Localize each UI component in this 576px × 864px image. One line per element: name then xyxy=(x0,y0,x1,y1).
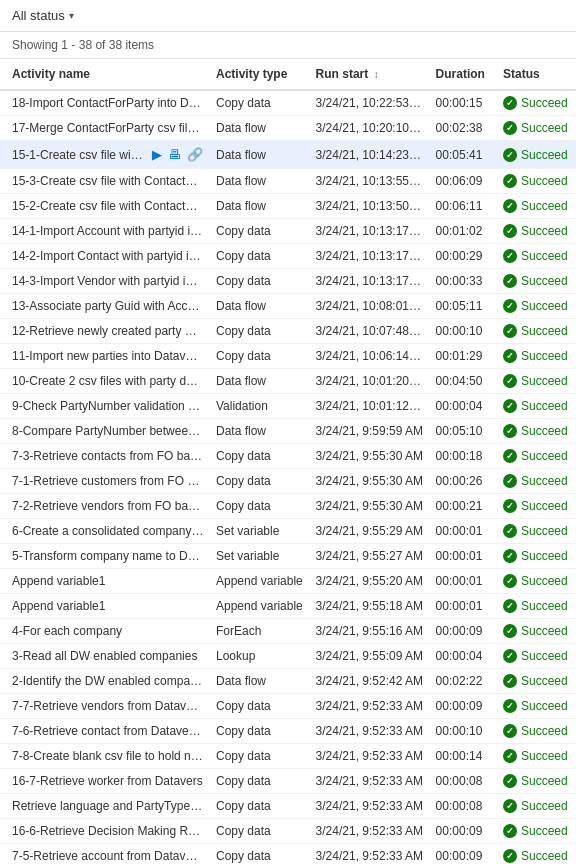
col-header-runstart[interactable]: Run start ↕ xyxy=(310,59,430,90)
duration-cell: 00:00:04 xyxy=(430,394,497,419)
activity-name: 11-Import new parties into Dataverse xyxy=(12,349,209,363)
status-cell: Succeed xyxy=(497,819,576,844)
activity-name: 2-Identify the DW enabled companies xyxy=(12,674,210,688)
col-header-status: Status xyxy=(497,59,576,90)
status-cell: Succeed xyxy=(497,794,576,819)
activity-type-cell: ForEach xyxy=(210,619,310,644)
run-start-cell: 3/24/21, 9:52:33 AM xyxy=(310,694,430,719)
duration-cell: 00:00:14 xyxy=(430,744,497,769)
status-cell: Succeed xyxy=(497,544,576,569)
success-icon xyxy=(503,299,517,313)
activity-type-cell: Copy data xyxy=(210,469,310,494)
status-cell: Succeed xyxy=(497,644,576,669)
table-row: 18-Import ContactForParty into Dataverse… xyxy=(0,90,576,116)
activity-name: 7-5-Retrieve account from Dataverse xyxy=(12,849,209,863)
activity-name: 16-7-Retrieve worker from Datavers xyxy=(12,774,203,788)
run-start-cell: 3/24/21, 9:55:29 AM xyxy=(310,519,430,544)
activity-name: 10-Create 2 csv files with party data - … xyxy=(12,374,210,388)
success-icon xyxy=(503,649,517,663)
activity-type-cell: Data flow xyxy=(210,419,310,444)
duration-cell: 00:00:18 xyxy=(430,444,497,469)
table-row: 7-7-Retrieve vendors from DataverseCopy … xyxy=(0,694,576,719)
activity-name-cell: 7-6-Retrieve contact from Dataverse xyxy=(0,719,210,744)
activity-type-cell: Copy data xyxy=(210,269,310,294)
run-icon[interactable]: ▶ xyxy=(151,146,163,163)
table-row: 13-Associate party Guid with Account n C… xyxy=(0,294,576,319)
activity-name: 7-3-Retrieve contacts from FO based on c… xyxy=(12,449,210,463)
run-start-cell: 3/24/21, 10:13:50 AM xyxy=(310,194,430,219)
status-cell: Succeed xyxy=(497,419,576,444)
status-cell: Succeed xyxy=(497,569,576,594)
status-cell: Succeed xyxy=(497,469,576,494)
status-text: Succeed xyxy=(521,649,568,663)
run-start-cell: 3/24/21, 10:13:17 AM xyxy=(310,244,430,269)
activity-name-cell: 11-Import new parties into Dataverse xyxy=(0,344,210,369)
activity-name: Append variable1 xyxy=(12,599,105,613)
status-cell: Succeed xyxy=(497,769,576,794)
run-start-cell: 3/24/21, 9:52:33 AM xyxy=(310,719,430,744)
showing-text: Showing 1 - 38 of 38 items xyxy=(0,32,576,59)
status-cell: Succeed xyxy=(497,244,576,269)
status-text: Succeed xyxy=(521,774,568,788)
status-cell: Succeed xyxy=(497,844,576,865)
duration-cell: 00:05:11 xyxy=(430,294,497,319)
success-icon xyxy=(503,174,517,188)
activity-type-cell: Lookup xyxy=(210,644,310,669)
success-icon xyxy=(503,574,517,588)
activity-name: 16-6-Retrieve Decision Making Role from … xyxy=(12,824,210,838)
activity-name-cell: 18-Import ContactForParty into Dataverse xyxy=(0,90,210,116)
activity-name-cell: 7-2-Retrieve vendors from FO based on co… xyxy=(0,494,210,519)
status-text: Succeed xyxy=(521,199,568,213)
success-icon xyxy=(503,274,517,288)
run-start-cell: 3/24/21, 10:13:17 AM xyxy=(310,219,430,244)
monitor-icon[interactable]: 🖶 xyxy=(167,146,182,163)
table-row: 7-1-Retrieve customers from FO based on … xyxy=(0,469,576,494)
activity-name-cell: 15-3-Create csv file with ContactForPart… xyxy=(0,169,210,194)
activity-type-cell: Copy data xyxy=(210,844,310,865)
status-cell: Succeed xyxy=(497,169,576,194)
success-icon xyxy=(503,474,517,488)
status-text: Succeed xyxy=(521,549,568,563)
status-cell: Succeed xyxy=(497,319,576,344)
duration-cell: 00:06:09 xyxy=(430,169,497,194)
success-icon xyxy=(503,349,517,363)
status-cell: Succeed xyxy=(497,294,576,319)
status-cell: Succeed xyxy=(497,394,576,419)
activity-type-cell: Data flow xyxy=(210,141,310,169)
status-text: Succeed xyxy=(521,749,568,763)
status-cell: Succeed xyxy=(497,369,576,394)
status-text: Succeed xyxy=(521,474,568,488)
duration-cell: 00:00:33 xyxy=(430,269,497,294)
status-cell: Succeed xyxy=(497,194,576,219)
status-text: Succeed xyxy=(521,824,568,838)
status-text: Succeed xyxy=(521,574,568,588)
success-icon xyxy=(503,524,517,538)
status-text: Succeed xyxy=(521,624,568,638)
table-row: 7-8-Create blank csv file to hold new pa… xyxy=(0,744,576,769)
table-row: 7-5-Retrieve account from DataverseCopy … xyxy=(0,844,576,865)
status-text: Succeed xyxy=(521,148,568,162)
activity-type-cell: Copy data xyxy=(210,319,310,344)
duration-cell: 00:05:41 xyxy=(430,141,497,169)
activity-name-cell: 2-Identify the DW enabled companies xyxy=(0,669,210,694)
run-start-cell: 3/24/21, 10:20:10 AM xyxy=(310,116,430,141)
status-text: Succeed xyxy=(521,121,568,135)
link-icon[interactable]: 🔗 xyxy=(186,146,204,163)
activity-name: 14-1-Import Account with partyid into Da… xyxy=(12,224,210,238)
status-text: Succeed xyxy=(521,849,568,863)
success-icon xyxy=(503,249,517,263)
activity-name-cell: 15-1-Create csv file with Cont...▶🖶🔗 xyxy=(0,141,210,169)
success-icon xyxy=(503,699,517,713)
activity-name: 3-Read all DW enabled companies xyxy=(12,649,197,663)
activity-name: 15-2-Create csv file with ContactForPart… xyxy=(12,199,210,213)
status-text: Succeed xyxy=(521,724,568,738)
activity-name: 13-Associate party Guid with Account n C… xyxy=(12,299,210,313)
table-row: 15-1-Create csv file with Cont...▶🖶🔗Data… xyxy=(0,141,576,169)
col-header-type: Activity type xyxy=(210,59,310,90)
activity-type-cell: Copy data xyxy=(210,819,310,844)
activity-name: 7-8-Create blank csv file to hold new pa… xyxy=(12,749,210,763)
activity-name: 17-Merge ContactForParty csv files into … xyxy=(12,121,210,135)
status-cell: Succeed xyxy=(497,719,576,744)
status-dropdown[interactable]: All status ▾ xyxy=(12,8,74,23)
success-icon xyxy=(503,199,517,213)
